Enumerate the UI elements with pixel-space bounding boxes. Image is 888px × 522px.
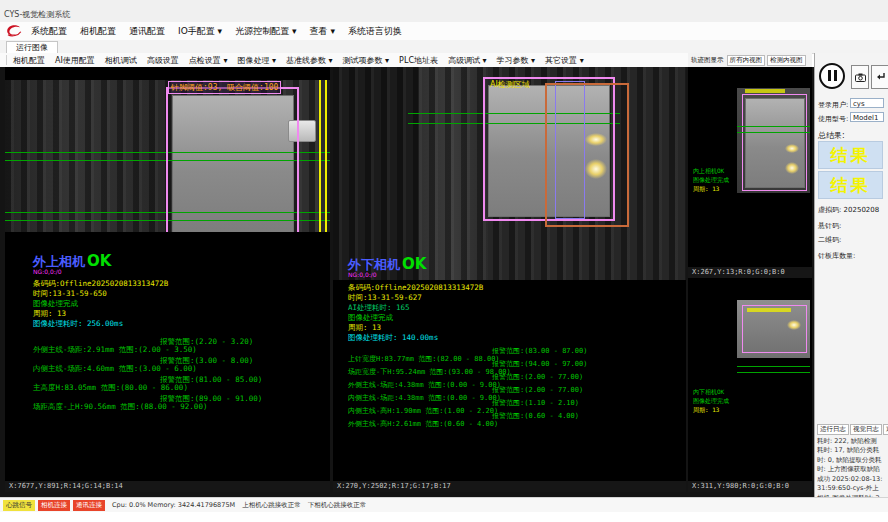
measurement-row: 主高度H:83.05mm 范围:(80.00 - 86.00) 报警范围:(81… bbox=[33, 375, 188, 394]
measurement-row: 外侧主线-场距:2.91mm 范围:(2.00 - 3.50) 报警范围:(2.… bbox=[33, 337, 197, 356]
menu-item-system-config[interactable]: 系统配置 bbox=[31, 25, 67, 38]
barcode-label: 条码码:Offline2025020813313472B bbox=[348, 283, 483, 293]
alarm-range: 报警范围:(83.00 - 87.00) bbox=[492, 346, 587, 356]
ai-region-overlay-label: AI检测区域 bbox=[490, 79, 530, 90]
thumb2-coords: X:311,Y:980;R:0;G:0;B:0 bbox=[688, 481, 812, 492]
result-text: 结果 bbox=[831, 174, 871, 197]
lower-camera-heartbeat-status: 下相机心跳接收正常 bbox=[308, 501, 367, 510]
qr-code-label: 二维码: bbox=[818, 235, 841, 245]
baseline-overlay bbox=[737, 366, 810, 367]
tab-detect-inner-views[interactable]: 检测内视图 bbox=[767, 55, 806, 66]
control-sidebar: 登录用户: cys 使用型号: Model1 总结果: 结果 结果 虚拟码: 2… bbox=[814, 53, 888, 497]
time-label: 时间:13-31-59-627 bbox=[348, 293, 422, 303]
thumb-overlay-text bbox=[745, 89, 785, 93]
toolbar-ai-usage-config[interactable]: AI使用配置 bbox=[55, 55, 95, 66]
camera-name-label: 外下相机 bbox=[348, 257, 400, 272]
menubar: 系统配置 相机配置 通讯配置 IO手配置 ▾ 光源控制配置 ▾ 查看 ▾ 系统语… bbox=[0, 22, 888, 41]
tab-run-log[interactable]: 运行日志 bbox=[817, 424, 849, 435]
toolbar-advanced-settings[interactable]: 高级设置 bbox=[147, 55, 179, 66]
thumb2-status-line: 内下相机OK bbox=[693, 388, 724, 397]
upper-camera-heartbeat-status: 上相机心跳接收正常 bbox=[242, 501, 301, 510]
menu-item-comm-config[interactable]: 通讯配置 bbox=[129, 25, 165, 38]
menu-item-language-switch[interactable]: 系统语言切换 bbox=[348, 25, 402, 38]
ai-roi-rect-overlay bbox=[545, 83, 629, 227]
thumb1-status-line: 内上相机OK bbox=[693, 167, 724, 176]
thumb2-status-line: 周期: 13 bbox=[693, 406, 719, 415]
toolbar-baseline-params[interactable]: 基准线参数 ▾ bbox=[286, 55, 333, 66]
result-box-upper: 结果 bbox=[818, 141, 883, 169]
threshold-overlay-label: 针脚阈值:93, 吸合阈值:100 bbox=[168, 81, 281, 94]
model-field[interactable]: Model1 bbox=[850, 112, 884, 122]
reflection-glow bbox=[585, 133, 607, 146]
log-tabs: 运行日志 视觉日志 通讯日志 bbox=[817, 424, 888, 435]
thumb-overlay-text bbox=[747, 308, 791, 312]
tab-vision-log[interactable]: 视觉日志 bbox=[850, 424, 882, 435]
thumb-header-label: 轨迹图显示 bbox=[691, 56, 724, 65]
camera-connection-badge: 相机连接 bbox=[38, 500, 70, 511]
login-user-field[interactable]: cys bbox=[850, 98, 884, 108]
menu-item-camera-config[interactable]: 相机配置 bbox=[80, 25, 116, 38]
ok-status-label: OK bbox=[402, 255, 426, 273]
toolbar-learning-params[interactable]: 学习参数 ▾ bbox=[497, 55, 536, 66]
menu-item-view[interactable]: 查看 ▾ bbox=[310, 25, 335, 38]
cycle-label: 周期: 13 bbox=[33, 309, 66, 319]
alarm-range: 报警范围:(2.20 - 3.20) bbox=[160, 337, 253, 347]
trigger-button[interactable] bbox=[871, 65, 888, 89]
virtual-code-label: 虚拟码: 20250208 bbox=[818, 205, 879, 215]
pause-icon bbox=[828, 70, 831, 81]
thumb1-image bbox=[737, 88, 810, 193]
toolbar-image-processing[interactable]: 图像处理 ▾ bbox=[237, 55, 276, 66]
thumb-view-1[interactable]: 内上相机OK 图像处理完成 周期: 13 bbox=[688, 67, 812, 267]
camera-capture-button[interactable] bbox=[851, 65, 869, 89]
alarm-range: 报警范围:(2.00 - 77.00) bbox=[492, 385, 583, 395]
thumb1-status-line: 周期: 13 bbox=[693, 185, 719, 194]
thumb-view-2[interactable]: 内下相机OK 图像处理完成 周期: 13 bbox=[688, 278, 812, 481]
heartbeat-status-badge: 心跳信号 bbox=[3, 500, 35, 511]
menu-item-light-config[interactable]: 光源控制配置 ▾ bbox=[235, 25, 296, 38]
process-time-label: 图像处理耗时: 140.00ms bbox=[348, 333, 438, 343]
thumb1-coords: X:267,Y:13;R:0;G:0;B:0 bbox=[688, 267, 812, 278]
menu-item-io-config[interactable]: IO手配置 ▾ bbox=[178, 25, 222, 38]
toolbar-spot-check[interactable]: 点检设置 ▾ bbox=[189, 55, 228, 66]
tab-comm-log[interactable]: 通讯日志 bbox=[883, 424, 888, 435]
tab-strip: 运行图像 bbox=[0, 40, 888, 54]
titlebar: CYS-视觉检测系统 bbox=[0, 0, 888, 23]
edge-line-overlay bbox=[325, 80, 327, 232]
thumb2-image bbox=[737, 300, 810, 358]
ng-info-label: NG:0,0:/0 bbox=[348, 271, 377, 278]
measurement-value: 外侧主线-高H:2.61mm 范围:(0.60 - 4.00) bbox=[348, 420, 498, 428]
right-camera-image: AI检测区域 bbox=[333, 67, 686, 280]
stock-count-label: 针板库数量: bbox=[818, 251, 855, 261]
total-result-label: 总结果: bbox=[818, 130, 845, 141]
right-camera-view[interactable]: AI检测区域 外下相机OK NG:0,0:/0 条码码:Offline20250… bbox=[333, 67, 686, 481]
process-done-label: 图像处理完成 bbox=[348, 313, 393, 323]
pause-icon bbox=[834, 70, 837, 81]
comm-connection-badge: 通讯连接 bbox=[73, 500, 105, 511]
measurement-row: 内侧主线-场距:4.60mm 范围:(3.00 - 6.00) 报警范围:(3.… bbox=[33, 356, 197, 375]
cycle-label: 周期: 13 bbox=[348, 323, 381, 333]
measurement-row: 外侧主线-高H:2.61mm 范围:(0.60 - 4.00) 报警范围:(0.… bbox=[348, 411, 498, 430]
toolbar-camera-config[interactable]: 相机配置 bbox=[13, 55, 45, 66]
camera-name-label: 外上相机 bbox=[33, 254, 85, 269]
toolbar-advanced-debug[interactable]: 高级调试 ▾ bbox=[448, 55, 487, 66]
pause-button[interactable] bbox=[819, 63, 845, 89]
tab-all-inner-views[interactable]: 所有内视图 bbox=[727, 55, 766, 66]
left-camera-image: 针脚阈值:93, 吸合阈值:100 bbox=[5, 80, 330, 232]
thumb2-status-line: 图像处理完成 bbox=[693, 397, 729, 406]
result-box-lower: 结果 bbox=[818, 171, 883, 199]
toolbar-plc-address-table[interactable]: PLC地址表 bbox=[399, 55, 438, 66]
left-camera-view[interactable]: 针脚阈值:93, 吸合阈值:100 外上相机OK NG:0,0:/0 条码码:O… bbox=[5, 67, 330, 481]
alarm-range: 报警范围:(1.10 - 2.10) bbox=[492, 398, 579, 408]
toolbar-camera-debug[interactable]: 相机调试 bbox=[105, 55, 137, 66]
login-user-label: 登录用户: bbox=[818, 100, 848, 110]
cpu-memory-status: Cpu: 0.0% Memory: 3424.41796875M bbox=[112, 501, 235, 509]
alarm-range: 报警范围:(2.00 - 77.00) bbox=[492, 372, 583, 382]
process-done-label: 图像处理完成 bbox=[33, 299, 78, 309]
toolbar-other-settings[interactable]: 其它设置 ▾ bbox=[545, 55, 584, 66]
return-arrow-icon bbox=[875, 72, 886, 83]
thumb-panel-header: 轨迹图显示 所有内视图 检测内视图 bbox=[688, 53, 812, 68]
ai-time-label: AI处理耗时: 165 bbox=[348, 303, 410, 313]
process-time-label: 图像处理耗时: 256.00ms bbox=[33, 319, 123, 329]
virtual-code-value: 20250208 bbox=[844, 206, 880, 214]
toolbar-test-params[interactable]: 测试项参数 ▾ bbox=[343, 55, 390, 66]
